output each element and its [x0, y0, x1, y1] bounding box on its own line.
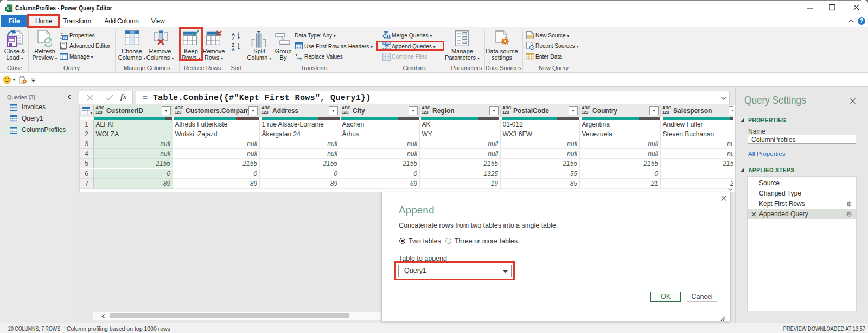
- svg-text:Z: Z: [232, 36, 234, 41]
- svg-text:1: 1: [295, 53, 298, 58]
- svg-text:2: 2: [300, 56, 303, 61]
- svg-text:A: A: [232, 47, 235, 51]
